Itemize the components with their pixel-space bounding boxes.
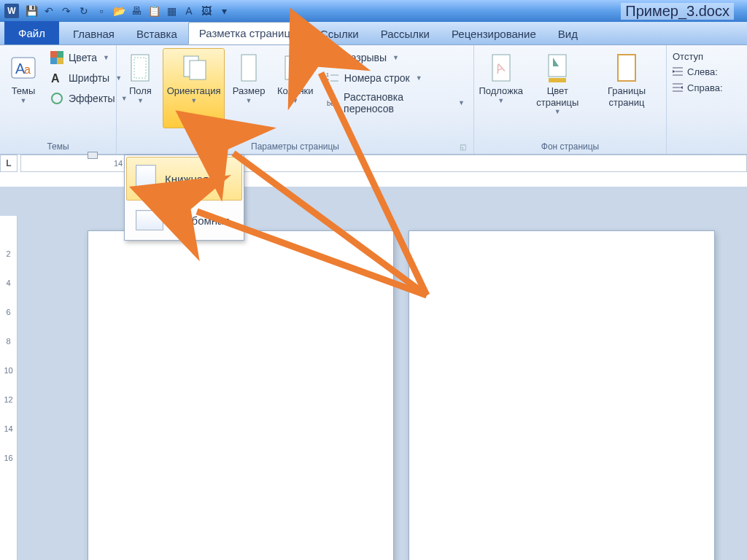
table-icon[interactable]: ▦: [163, 3, 179, 19]
effects-icon: [50, 91, 64, 106]
group-themes: Aa Темы ▼ Цвета ▼ A Шрифты: [0, 45, 117, 154]
chevron-down-icon: ▼: [392, 54, 399, 61]
save-icon[interactable]: 💾: [23, 3, 39, 19]
chevron-down-icon: ▼: [20, 97, 27, 104]
font-icon[interactable]: A: [181, 3, 197, 19]
tab-selector-icon[interactable]: L: [0, 155, 18, 172]
ruler-tick: 10: [4, 366, 12, 395]
line-numbers-button[interactable]: 12 Номера строк ▼: [321, 69, 469, 88]
tab-home[interactable]: Главная: [62, 23, 125, 44]
dialog-launcher-icon[interactable]: ◱: [460, 143, 466, 151]
hyphenation-label: Расстановка переносов: [344, 91, 452, 114]
undo-icon[interactable]: ↶: [41, 3, 57, 19]
page-color-button[interactable]: Цвет страницы ▼: [527, 48, 589, 128]
themes-button[interactable]: Aa Темы ▼: [4, 48, 42, 128]
ruler-tick: 8: [6, 337, 10, 366]
tab-references[interactable]: Ссылки: [309, 23, 370, 44]
effects-label: Эффекты: [69, 93, 115, 104]
document-page[interactable]: [88, 230, 394, 560]
svg-rect-3: [50, 51, 57, 58]
svg-rect-6: [57, 58, 63, 64]
tab-file[interactable]: Файл: [4, 21, 59, 44]
document-page[interactable]: [409, 230, 715, 560]
svg-rect-18: [327, 52, 332, 59]
group-page-background: A Подложка ▼ Цвет страницы ▼ Границы стр…: [474, 45, 667, 154]
vertical-ruler[interactable]: 2 4 6 8 10 12 14 16: [0, 216, 18, 560]
orientation-portrait[interactable]: Книжная: [126, 157, 242, 201]
fonts-icon: A: [50, 71, 64, 85]
document-workspace: L 14 16 18 20 22 24 2 4 6 8 10 12 14 16: [0, 187, 747, 560]
orientation-button[interactable]: Ориентация ▼: [163, 48, 225, 128]
size-button[interactable]: Размер ▼: [228, 48, 269, 128]
themes-label: Темы: [12, 85, 36, 97]
landscape-icon: [136, 210, 163, 230]
margins-label: Поля: [129, 85, 152, 97]
watermark-button[interactable]: A Подложка ▼: [479, 48, 524, 128]
page-color-icon: [543, 52, 572, 84]
watermark-icon: A: [487, 52, 516, 84]
group-label-page-setup-text: Параметры страницы: [251, 141, 339, 152]
paste-icon[interactable]: 📋: [146, 3, 162, 19]
chevron-down-icon: ▼: [246, 97, 252, 104]
margins-icon: [125, 52, 155, 84]
group-indent: Отступ Слева: Справа:: [667, 45, 747, 154]
svg-text:1: 1: [326, 72, 329, 77]
breaks-icon: [325, 50, 340, 65]
ruler-tick: 16: [4, 454, 12, 483]
ruler-tick: 2: [6, 249, 10, 279]
ruler-tick: 4: [6, 279, 10, 308]
ruler-tick: 12: [4, 395, 12, 424]
hyphenation-button[interactable]: bē Расстановка переносов ▼: [321, 89, 469, 117]
columns-button[interactable]: Колонки ▼: [273, 48, 318, 128]
indent-left-row[interactable]: Слева:: [671, 65, 743, 78]
svg-rect-19: [333, 56, 338, 63]
chevron-down-icon: ▼: [137, 97, 144, 104]
hyphenation-icon: bē: [325, 96, 339, 110]
svg-point-8: [52, 93, 62, 104]
indent-right-row[interactable]: Справа:: [671, 81, 743, 94]
tab-mailings[interactable]: Рассылки: [370, 23, 441, 44]
chevron-down-icon: ▼: [498, 97, 504, 104]
orientation-portrait-label: Книжная: [165, 173, 209, 185]
ribbon: Aa Темы ▼ Цвета ▼ A Шрифты: [0, 45, 747, 155]
tab-review[interactable]: Рецензирование: [441, 23, 547, 44]
fonts-label: Шрифты: [69, 72, 109, 84]
line-numbers-icon: 12: [325, 71, 340, 85]
margins-button[interactable]: Поля ▼: [121, 48, 160, 128]
svg-rect-28: [549, 78, 566, 82]
tab-insert[interactable]: Вставка: [125, 23, 188, 44]
image-icon[interactable]: 🖼: [198, 3, 214, 19]
svg-text:bē: bē: [327, 99, 335, 107]
indent-left-label: Слева:: [687, 66, 718, 77]
orientation-icon: [179, 52, 209, 84]
ribbon-tabs: Файл Главная Вставка Разметка страницы С…: [0, 22, 747, 45]
redo-icon[interactable]: ↷: [58, 3, 74, 19]
quick-access-toolbar: 💾 ↶ ↷ ↻ ▫ 📂 🖶 📋 ▦ A 🖼 ▾: [23, 3, 232, 19]
new-icon[interactable]: ▫: [93, 3, 109, 19]
document-pages: [88, 230, 715, 560]
orientation-landscape-label: Альбомная: [172, 214, 230, 227]
tab-view[interactable]: Вид: [547, 23, 589, 44]
portrait-icon: [136, 165, 156, 192]
chevron-down-icon: ▼: [416, 74, 422, 82]
print-icon[interactable]: 🖶: [128, 3, 144, 19]
qat-more-icon[interactable]: ▾: [216, 3, 232, 19]
indent-marker[interactable]: [88, 152, 98, 159]
columns-label: Колонки: [277, 85, 314, 97]
page-borders-button[interactable]: Границы страниц: [592, 48, 662, 128]
themes-icon: Aa: [9, 52, 38, 84]
orientation-landscape[interactable]: Альбомная: [126, 202, 242, 238]
orientation-dropdown: Книжная Альбомная: [124, 155, 244, 241]
refresh-icon[interactable]: ↻: [76, 3, 92, 19]
svg-rect-12: [190, 61, 206, 79]
chevron-down-icon: ▼: [292, 97, 298, 104]
indent-right-icon: [671, 81, 684, 94]
open-icon[interactable]: 📂: [111, 3, 127, 19]
line-numbers-label: Номера строк: [344, 72, 410, 84]
size-icon: [234, 52, 263, 84]
watermark-label: Подложка: [479, 85, 524, 97]
ruler-tick: 14: [4, 424, 12, 454]
breaks-button[interactable]: Разрывы ▼: [321, 48, 469, 67]
tab-page-layout[interactable]: Разметка страницы: [188, 22, 309, 44]
group-label-page-setup: Параметры страницы ◱: [121, 139, 469, 154]
